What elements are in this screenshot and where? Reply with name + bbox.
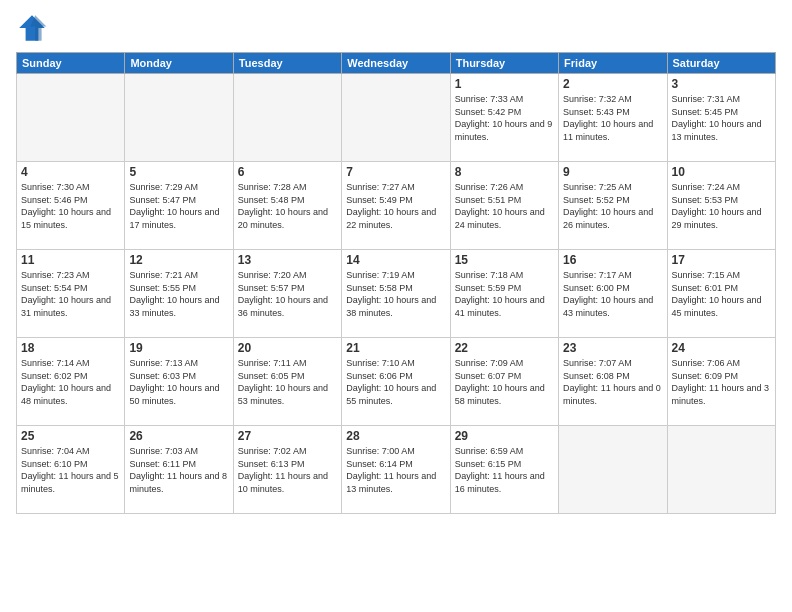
day-detail: Sunrise: 7:32 AMSunset: 5:43 PMDaylight:… [563,93,662,143]
calendar-cell: 24Sunrise: 7:06 AMSunset: 6:09 PMDayligh… [667,338,775,426]
calendar-cell: 7Sunrise: 7:27 AMSunset: 5:49 PMDaylight… [342,162,450,250]
logo [16,12,52,44]
calendar-cell [667,426,775,514]
calendar-cell: 9Sunrise: 7:25 AMSunset: 5:52 PMDaylight… [559,162,667,250]
day-detail: Sunrise: 7:17 AMSunset: 6:00 PMDaylight:… [563,269,662,319]
calendar-cell: 22Sunrise: 7:09 AMSunset: 6:07 PMDayligh… [450,338,558,426]
day-detail: Sunrise: 7:14 AMSunset: 6:02 PMDaylight:… [21,357,120,407]
day-detail: Sunrise: 7:11 AMSunset: 6:05 PMDaylight:… [238,357,337,407]
day-number: 24 [672,341,771,355]
day-number: 1 [455,77,554,91]
calendar-week-row: 25Sunrise: 7:04 AMSunset: 6:10 PMDayligh… [17,426,776,514]
day-detail: Sunrise: 7:21 AMSunset: 5:55 PMDaylight:… [129,269,228,319]
calendar-cell: 13Sunrise: 7:20 AMSunset: 5:57 PMDayligh… [233,250,341,338]
day-detail: Sunrise: 7:23 AMSunset: 5:54 PMDaylight:… [21,269,120,319]
day-number: 29 [455,429,554,443]
day-detail: Sunrise: 7:28 AMSunset: 5:48 PMDaylight:… [238,181,337,231]
day-detail: Sunrise: 7:03 AMSunset: 6:11 PMDaylight:… [129,445,228,495]
day-detail: Sunrise: 7:33 AMSunset: 5:42 PMDaylight:… [455,93,554,143]
day-number: 9 [563,165,662,179]
calendar-cell: 17Sunrise: 7:15 AMSunset: 6:01 PMDayligh… [667,250,775,338]
calendar-cell: 25Sunrise: 7:04 AMSunset: 6:10 PMDayligh… [17,426,125,514]
day-detail: Sunrise: 7:07 AMSunset: 6:08 PMDaylight:… [563,357,662,407]
calendar-cell: 8Sunrise: 7:26 AMSunset: 5:51 PMDaylight… [450,162,558,250]
day-detail: Sunrise: 7:26 AMSunset: 5:51 PMDaylight:… [455,181,554,231]
header [16,12,776,44]
weekday-header: Monday [125,53,233,74]
day-number: 11 [21,253,120,267]
weekday-header-row: SundayMondayTuesdayWednesdayThursdayFrid… [17,53,776,74]
weekday-header: Wednesday [342,53,450,74]
day-number: 13 [238,253,337,267]
calendar-cell: 19Sunrise: 7:13 AMSunset: 6:03 PMDayligh… [125,338,233,426]
logo-icon [16,12,48,44]
weekday-header: Saturday [667,53,775,74]
calendar-week-row: 11Sunrise: 7:23 AMSunset: 5:54 PMDayligh… [17,250,776,338]
day-number: 16 [563,253,662,267]
day-detail: Sunrise: 7:06 AMSunset: 6:09 PMDaylight:… [672,357,771,407]
weekday-header: Friday [559,53,667,74]
day-number: 10 [672,165,771,179]
calendar-cell [342,74,450,162]
calendar-cell: 20Sunrise: 7:11 AMSunset: 6:05 PMDayligh… [233,338,341,426]
day-number: 19 [129,341,228,355]
day-detail: Sunrise: 7:24 AMSunset: 5:53 PMDaylight:… [672,181,771,231]
day-detail: Sunrise: 7:15 AMSunset: 6:01 PMDaylight:… [672,269,771,319]
day-number: 26 [129,429,228,443]
calendar-cell: 18Sunrise: 7:14 AMSunset: 6:02 PMDayligh… [17,338,125,426]
calendar-cell [125,74,233,162]
calendar-cell: 26Sunrise: 7:03 AMSunset: 6:11 PMDayligh… [125,426,233,514]
day-number: 27 [238,429,337,443]
day-number: 28 [346,429,445,443]
calendar-cell: 1Sunrise: 7:33 AMSunset: 5:42 PMDaylight… [450,74,558,162]
calendar-cell: 11Sunrise: 7:23 AMSunset: 5:54 PMDayligh… [17,250,125,338]
day-detail: Sunrise: 7:18 AMSunset: 5:59 PMDaylight:… [455,269,554,319]
weekday-header: Tuesday [233,53,341,74]
day-detail: Sunrise: 7:02 AMSunset: 6:13 PMDaylight:… [238,445,337,495]
calendar-cell: 28Sunrise: 7:00 AMSunset: 6:14 PMDayligh… [342,426,450,514]
calendar-table: SundayMondayTuesdayWednesdayThursdayFrid… [16,52,776,514]
day-detail: Sunrise: 7:27 AMSunset: 5:49 PMDaylight:… [346,181,445,231]
day-detail: Sunrise: 7:29 AMSunset: 5:47 PMDaylight:… [129,181,228,231]
calendar-cell: 29Sunrise: 6:59 AMSunset: 6:15 PMDayligh… [450,426,558,514]
page: SundayMondayTuesdayWednesdayThursdayFrid… [0,0,792,612]
calendar-body: 1Sunrise: 7:33 AMSunset: 5:42 PMDaylight… [17,74,776,514]
day-detail: Sunrise: 7:30 AMSunset: 5:46 PMDaylight:… [21,181,120,231]
calendar-cell [233,74,341,162]
day-number: 4 [21,165,120,179]
calendar-header: SundayMondayTuesdayWednesdayThursdayFrid… [17,53,776,74]
calendar-week-row: 4Sunrise: 7:30 AMSunset: 5:46 PMDaylight… [17,162,776,250]
calendar-cell [559,426,667,514]
calendar-cell: 6Sunrise: 7:28 AMSunset: 5:48 PMDaylight… [233,162,341,250]
day-number: 2 [563,77,662,91]
day-number: 18 [21,341,120,355]
day-number: 8 [455,165,554,179]
calendar-cell: 27Sunrise: 7:02 AMSunset: 6:13 PMDayligh… [233,426,341,514]
calendar-cell: 4Sunrise: 7:30 AMSunset: 5:46 PMDaylight… [17,162,125,250]
weekday-header: Thursday [450,53,558,74]
day-detail: Sunrise: 7:20 AMSunset: 5:57 PMDaylight:… [238,269,337,319]
calendar-cell: 23Sunrise: 7:07 AMSunset: 6:08 PMDayligh… [559,338,667,426]
day-detail: Sunrise: 7:25 AMSunset: 5:52 PMDaylight:… [563,181,662,231]
calendar-cell: 15Sunrise: 7:18 AMSunset: 5:59 PMDayligh… [450,250,558,338]
calendar-cell: 12Sunrise: 7:21 AMSunset: 5:55 PMDayligh… [125,250,233,338]
day-detail: Sunrise: 7:00 AMSunset: 6:14 PMDaylight:… [346,445,445,495]
day-detail: Sunrise: 7:04 AMSunset: 6:10 PMDaylight:… [21,445,120,495]
calendar-cell: 2Sunrise: 7:32 AMSunset: 5:43 PMDaylight… [559,74,667,162]
day-number: 12 [129,253,228,267]
day-number: 21 [346,341,445,355]
day-number: 3 [672,77,771,91]
calendar-cell: 21Sunrise: 7:10 AMSunset: 6:06 PMDayligh… [342,338,450,426]
calendar-cell [17,74,125,162]
day-detail: Sunrise: 6:59 AMSunset: 6:15 PMDaylight:… [455,445,554,495]
day-detail: Sunrise: 7:10 AMSunset: 6:06 PMDaylight:… [346,357,445,407]
day-number: 7 [346,165,445,179]
calendar-cell: 5Sunrise: 7:29 AMSunset: 5:47 PMDaylight… [125,162,233,250]
day-number: 23 [563,341,662,355]
calendar-cell: 3Sunrise: 7:31 AMSunset: 5:45 PMDaylight… [667,74,775,162]
day-number: 25 [21,429,120,443]
day-number: 15 [455,253,554,267]
calendar-cell: 14Sunrise: 7:19 AMSunset: 5:58 PMDayligh… [342,250,450,338]
day-number: 22 [455,341,554,355]
day-detail: Sunrise: 7:09 AMSunset: 6:07 PMDaylight:… [455,357,554,407]
